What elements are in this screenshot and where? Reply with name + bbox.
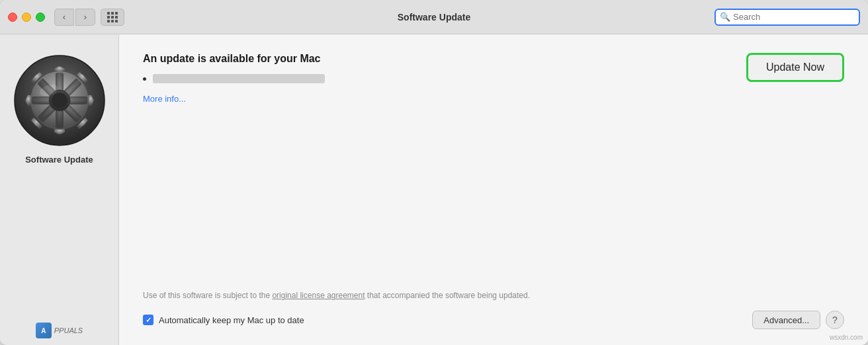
checkbox-row: ✓ Automatically keep my Mac up to date: [143, 315, 304, 325]
back-button[interactable]: ‹: [54, 9, 74, 26]
appuals-text: PPUALS: [54, 326, 83, 334]
sidebar-label: Software Update: [25, 155, 93, 165]
search-icon: 🔍: [720, 12, 730, 22]
sidebar: Software Update A PPUALS: [0, 34, 119, 345]
svg-point-15: [52, 93, 67, 108]
close-button[interactable]: [8, 13, 17, 22]
forward-button[interactable]: ›: [75, 9, 95, 26]
main-panel: An update is available for your Mac More…: [119, 34, 868, 345]
license-link[interactable]: original license agreement: [272, 291, 365, 300]
license-text-part1: Use of this software is subject to the: [143, 291, 272, 300]
right-buttons: Advanced... ?: [752, 311, 844, 329]
watermark: A PPUALS: [36, 323, 83, 345]
nav-buttons: ‹ ›: [54, 9, 95, 26]
appuals-icon: A: [36, 323, 52, 338]
traffic-lights: [8, 13, 45, 22]
minimize-button[interactable]: [22, 13, 31, 22]
license-section: Use of this software is subject to the o…: [143, 276, 844, 329]
spacer: [143, 115, 844, 276]
update-section: An update is available for your Mac More…: [143, 53, 844, 104]
grid-icon: [107, 12, 118, 22]
help-button[interactable]: ?: [826, 311, 844, 329]
update-item-text-placeholder: [153, 74, 325, 83]
update-info: An update is available for your Mac More…: [143, 53, 726, 104]
maximize-button[interactable]: [36, 13, 45, 22]
bullet-icon: [143, 77, 146, 81]
update-title: An update is available for your Mac: [143, 53, 726, 65]
wsxdn-watermark: wsxdn.com: [830, 334, 863, 341]
grid-button[interactable]: [101, 9, 124, 26]
search-input[interactable]: [715, 9, 860, 26]
checkmark-icon: ✓: [146, 316, 152, 325]
license-text-part2: that accompanied the software being upda…: [365, 291, 531, 300]
license-text: Use of this software is subject to the o…: [143, 289, 573, 301]
software-update-icon: [13, 54, 106, 147]
update-now-button[interactable]: Update Now: [746, 53, 844, 82]
search-wrapper: 🔍: [715, 9, 860, 26]
bottom-row: ✓ Automatically keep my Mac up to date A…: [143, 311, 844, 329]
auto-update-label: Automatically keep my Mac up to date: [159, 315, 304, 325]
advanced-button[interactable]: Advanced...: [752, 311, 820, 329]
content-area: Software Update A PPUALS An update is av…: [0, 34, 868, 345]
update-item: [143, 74, 726, 83]
window-title: Software Update: [398, 12, 470, 22]
more-info-link[interactable]: More info...: [143, 94, 186, 104]
titlebar: ‹ › Software Update 🔍: [0, 0, 868, 34]
auto-update-checkbox[interactable]: ✓: [143, 315, 153, 325]
